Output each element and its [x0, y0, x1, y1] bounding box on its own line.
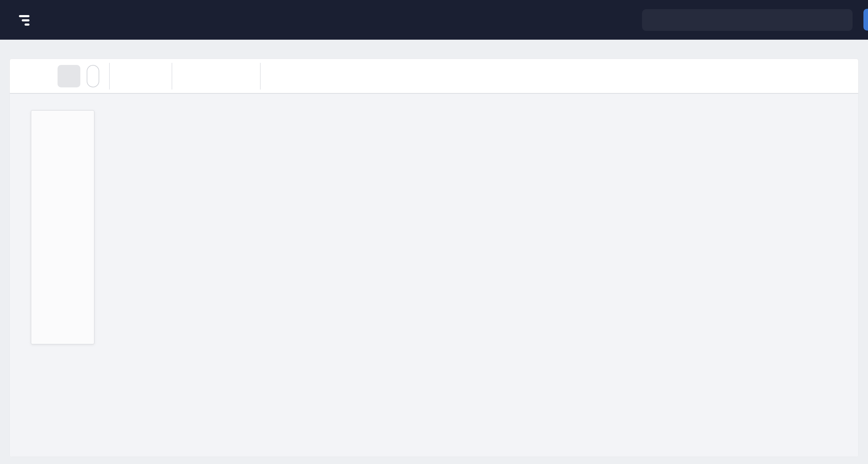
back-button[interactable]	[32, 68, 48, 84]
search-input[interactable]	[655, 14, 845, 26]
bpmn-diagram[interactable]	[10, 94, 858, 457]
editor-toolbar	[10, 59, 858, 94]
brand-logo[interactable]	[19, 14, 32, 26]
editor-panel	[9, 59, 859, 457]
save-button[interactable]	[58, 65, 80, 87]
fit-viewport-button[interactable]	[234, 68, 250, 84]
speed-lines-decoration	[19, 15, 29, 26]
undo-button[interactable]	[120, 68, 136, 84]
download-button[interactable]	[299, 68, 315, 84]
export-image-button[interactable]	[271, 68, 287, 84]
zoom-out-button[interactable]	[208, 68, 224, 84]
bpmn-palette	[31, 110, 94, 344]
top-navbar	[0, 0, 868, 40]
toolbar-divider	[260, 63, 261, 90]
upload-button[interactable]	[327, 68, 343, 84]
zoom-in-button[interactable]	[182, 68, 198, 84]
toolbar-divider	[172, 63, 172, 90]
bpmn-canvas[interactable]	[10, 94, 858, 457]
redo-button[interactable]	[146, 68, 162, 84]
toolbar-divider	[109, 63, 110, 90]
global-search[interactable]	[642, 9, 853, 31]
primary-action-button[interactable]	[863, 9, 868, 31]
version-badge[interactable]	[87, 65, 99, 87]
